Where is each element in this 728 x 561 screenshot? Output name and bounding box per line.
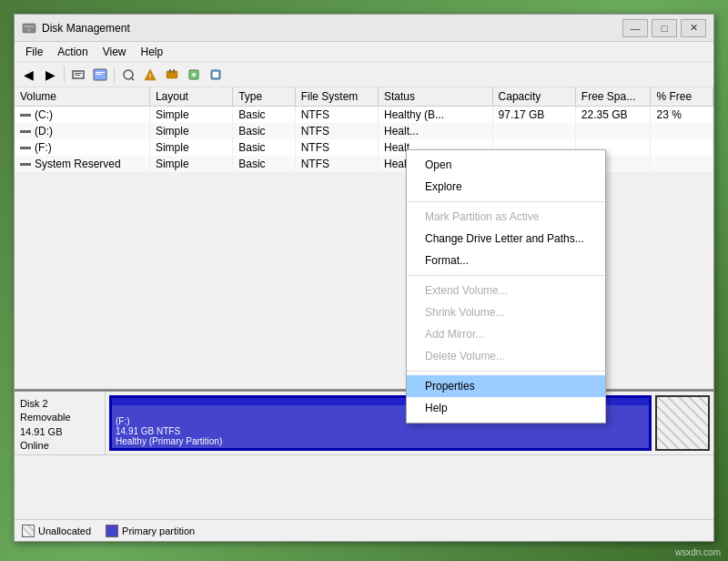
ctx-properties[interactable]: Properties	[407, 375, 605, 397]
menu-bar: File Action View Help	[15, 42, 713, 62]
col-layout: Layout	[149, 87, 232, 107]
svg-rect-13	[150, 78, 151, 79]
tool-btn-5[interactable]	[162, 65, 182, 85]
watermark: wsxdn.com	[675, 547, 721, 557]
col-type: Type	[233, 87, 295, 107]
cell-layout: Simple	[149, 156, 232, 172]
svg-rect-7	[96, 72, 105, 73]
cell-status: Healthy (B...	[379, 107, 493, 124]
ctx-help[interactable]: Help	[407, 397, 605, 419]
col-filesystem: File System	[295, 87, 378, 107]
table-row[interactable]: (F:) Simple Basic NTFS Healt...	[15, 139, 713, 156]
cell-fs: NTFS	[295, 156, 378, 172]
legend-box-unallocated	[22, 525, 35, 537]
cell-fs: NTFS	[295, 123, 378, 139]
cell-status: Healt...	[379, 123, 493, 139]
tool-btn-3[interactable]	[118, 65, 138, 85]
tool-btn-4[interactable]	[140, 65, 160, 85]
table-row[interactable]: System Reserved Simple Basic NTFS Healt.…	[15, 156, 713, 172]
ctx-explore[interactable]: Explore	[407, 176, 605, 198]
disk-size: 14.91 GB	[20, 425, 99, 439]
cell-free: 22.35 GB	[575, 107, 651, 124]
legend-label-primary: Primary partition	[122, 525, 195, 536]
close-button[interactable]: ✕	[681, 19, 706, 37]
disk-row: Disk 2 Removable 14.91 GB Online (F:) 14…	[15, 392, 713, 455]
ctx-open[interactable]: Open	[407, 154, 605, 176]
ctx-format[interactable]: Format...	[407, 250, 605, 271]
partition-size-fs: 14.91 GB NTFS	[116, 426, 645, 436]
ctx-shrink-volume: Shrink Volume...	[407, 301, 605, 323]
disk-list-area[interactable]: Volume Layout Type File System Status Ca…	[15, 87, 713, 392]
forward-button[interactable]: ▶	[40, 65, 60, 85]
toolbar: ◀ ▶	[15, 62, 713, 87]
ctx-sep-2	[407, 275, 605, 276]
cell-type: Basic	[233, 156, 295, 172]
toolbar-sep-1	[64, 66, 65, 83]
menu-file[interactable]: File	[18, 44, 50, 60]
cell-type: Basic	[233, 139, 295, 156]
disk-management-window: Disk Management — □ ✕ File Action View H…	[14, 14, 714, 542]
window-title: Disk Management	[42, 22, 622, 35]
ctx-mark-active: Mark Partition as Active	[407, 206, 605, 228]
svg-rect-1	[25, 26, 34, 27]
maximize-button[interactable]: □	[652, 19, 677, 37]
ctx-change-drive-letter[interactable]: Change Drive Letter and Paths...	[407, 228, 605, 250]
svg-line-10	[131, 77, 134, 80]
cell-fs: NTFS	[295, 139, 378, 156]
svg-rect-12	[150, 74, 151, 77]
ctx-extend-volume: Extend Volume...	[407, 280, 605, 301]
cell-pct	[651, 156, 713, 172]
legend-unallocated: Unallocated	[22, 525, 91, 537]
cell-pct	[651, 123, 713, 139]
cell-type: Basic	[233, 107, 295, 124]
cell-pct	[651, 139, 713, 156]
disk-type: Removable	[20, 411, 99, 424]
cell-pct: 23 %	[651, 107, 713, 124]
svg-point-2	[28, 28, 31, 31]
svg-rect-8	[96, 74, 102, 75]
cell-volume: (F:)	[15, 139, 149, 156]
menu-action[interactable]: Action	[50, 44, 95, 60]
cell-layout: Simple	[149, 107, 232, 124]
ctx-sep-1	[407, 201, 605, 202]
main-content: Volume Layout Type File System Status Ca…	[15, 87, 713, 541]
minimize-button[interactable]: —	[622, 19, 648, 37]
legend-label-unallocated: Unallocated	[38, 525, 91, 536]
ctx-add-mirror: Add Mirror...	[407, 323, 605, 345]
window-icon	[22, 21, 36, 36]
back-button[interactable]: ◀	[18, 65, 38, 85]
cell-volume: System Reserved	[15, 156, 149, 172]
table-row[interactable]: (D:) Simple Basic NTFS Healt...	[15, 123, 713, 139]
disk-map-area: Disk 2 Removable 14.91 GB Online (F:) 14…	[15, 392, 713, 519]
cell-free	[575, 123, 651, 139]
cell-type: Basic	[233, 123, 295, 139]
col-status: Status	[379, 87, 493, 107]
legend-primary: Primary partition	[106, 525, 195, 537]
ctx-sep-3	[407, 371, 605, 372]
legend-box-primary	[106, 525, 118, 537]
col-volume: Volume	[15, 87, 149, 107]
cell-capacity	[492, 123, 575, 139]
unallocated-partition[interactable]	[655, 395, 710, 451]
cell-capacity: 97.17 GB	[492, 107, 575, 124]
legend-bar: Unallocated Primary partition	[15, 519, 713, 541]
tool-btn-6[interactable]	[184, 65, 204, 85]
disk-label: Disk 2 Removable 14.91 GB Online	[15, 392, 106, 454]
ctx-delete-volume: Delete Volume...	[407, 345, 605, 367]
title-bar: Disk Management — □ ✕	[15, 15, 713, 42]
cell-layout: Simple	[149, 139, 232, 156]
menu-view[interactable]: View	[96, 44, 134, 60]
menu-help[interactable]: Help	[134, 44, 171, 60]
svg-rect-21	[213, 72, 218, 77]
cell-layout: Simple	[149, 123, 232, 139]
col-pctfree: % Free	[651, 87, 713, 107]
context-menu: Open Explore Mark Partition as Active Ch…	[406, 149, 606, 423]
tool-btn-1[interactable]	[68, 65, 88, 85]
tool-btn-7[interactable]	[206, 65, 226, 85]
table-row[interactable]: (C:) Simple Basic NTFS Healthy (B... 97.…	[15, 107, 713, 124]
tool-btn-2[interactable]	[90, 65, 110, 85]
partition-health: Healthy (Primary Partition)	[116, 436, 645, 446]
disk-name: Disk 2	[20, 397, 99, 411]
toolbar-sep-2	[114, 66, 115, 83]
col-capacity: Capacity	[492, 87, 575, 107]
